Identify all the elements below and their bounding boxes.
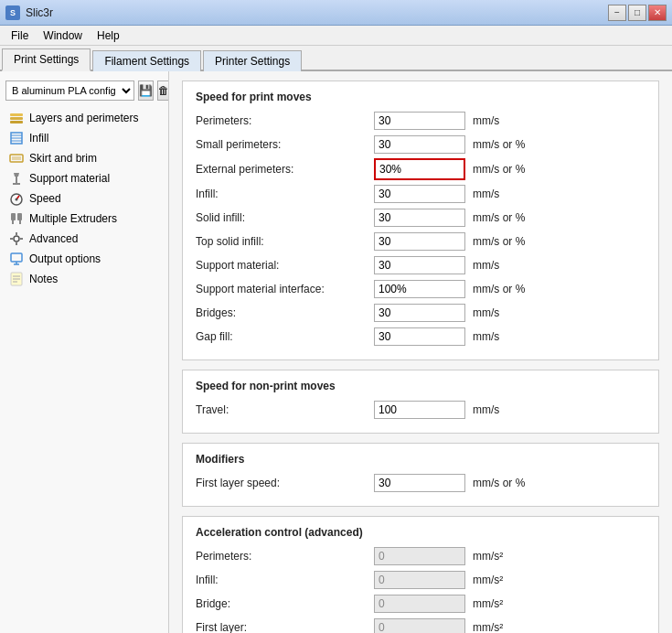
unit-top-solid-infill: mm/s or % (473, 235, 525, 248)
sidebar-item-infill[interactable]: Infill (0, 128, 168, 148)
label-small-perimeters: Small perimeters: (196, 138, 374, 151)
titlebar: S Slic3r − □ ✕ (0, 0, 672, 26)
input-accel-first-layer[interactable] (374, 618, 465, 633)
sidebar-item-speed[interactable]: Speed (0, 188, 168, 209)
sidebar-item-layers[interactable]: Layers and perimeters (0, 108, 168, 128)
unit-support-material-interface: mm/s or % (473, 283, 525, 295)
sidebar-label-support: Support material (29, 172, 110, 185)
sidebar-item-output[interactable]: Output options (0, 249, 168, 269)
label-accel-bridge: Bridge: (196, 597, 374, 610)
field-external-perimeters: External perimeters: mm/s or % (196, 158, 645, 180)
sidebar-label-notes: Notes (29, 273, 58, 285)
tab-print-settings[interactable]: Print Settings (2, 48, 91, 71)
sidebar-item-notes[interactable]: Notes (0, 269, 168, 289)
field-travel: Travel: mm/s (196, 400, 645, 420)
input-accel-perimeters[interactable] (374, 547, 465, 565)
tab-printer-settings[interactable]: Printer Settings (203, 50, 302, 71)
maximize-button[interactable]: □ (628, 5, 646, 21)
infill-icon (9, 131, 24, 145)
svg-rect-24 (11, 253, 22, 262)
input-support-material-interface[interactable] (374, 280, 465, 298)
config-select[interactable]: B aluminum PLA config (5, 80, 134, 101)
field-perimeters: Perimeters: mm/s (196, 111, 645, 131)
input-top-solid-infill[interactable] (374, 232, 465, 251)
label-accel-first-layer: First layer: (196, 621, 374, 633)
section-speed-nonprint: Speed for non-print moves Travel: mm/s (182, 370, 659, 434)
label-accel-infill: Infill: (196, 574, 374, 586)
sidebar-label-layers: Layers and perimeters (29, 112, 138, 124)
sidebar-label-speed: Speed (29, 192, 61, 205)
input-gap-fill[interactable] (374, 327, 465, 346)
label-external-perimeters: External perimeters: (196, 163, 374, 176)
titlebar-left: S Slic3r (5, 5, 53, 20)
unit-accel-perimeters: mm/s² (473, 550, 503, 563)
label-first-layer-speed: First layer speed: (196, 477, 374, 489)
menu-file[interactable]: File (4, 27, 36, 44)
input-infill[interactable] (374, 185, 465, 203)
section-title-nonprint: Speed for non-print moves (196, 380, 645, 392)
section-speed-print: Speed for print moves Perimeters: mm/s S… (182, 80, 659, 360)
tabbar: Print Settings Filament Settings Printer… (0, 46, 672, 71)
sidebar-item-advanced[interactable]: Advanced (0, 229, 168, 249)
input-support-material[interactable] (374, 256, 465, 274)
unit-gap-fill: mm/s (473, 330, 499, 343)
main: B aluminum PLA config 💾 🗑 Layers and per… (0, 71, 672, 633)
label-infill: Infill: (196, 188, 374, 200)
input-first-layer-speed[interactable] (374, 474, 465, 492)
svg-rect-15 (11, 213, 16, 220)
svg-rect-1 (10, 117, 23, 120)
input-external-perimeters[interactable] (376, 160, 464, 178)
input-travel[interactable] (374, 401, 465, 419)
sidebar-item-support[interactable]: Support material (0, 168, 168, 188)
field-infill: Infill: mm/s (196, 184, 645, 204)
sidebar: B aluminum PLA config 💾 🗑 Layers and per… (0, 71, 169, 633)
field-accel-bridge: Bridge: mm/s² (196, 594, 645, 614)
sidebar-item-extruders[interactable]: Multiple Extruders (0, 209, 168, 229)
unit-solid-infill: mm/s or % (473, 211, 525, 224)
input-small-perimeters[interactable] (374, 135, 465, 154)
titlebar-title: Slic3r (26, 6, 53, 19)
input-accel-infill[interactable] (374, 571, 465, 589)
sidebar-label-extruders: Multiple Extruders (29, 212, 117, 225)
label-accel-perimeters: Perimeters: (196, 550, 374, 563)
field-support-material: Support material: mm/s (196, 255, 645, 275)
input-bridges[interactable] (374, 304, 465, 322)
field-bridges: Bridges: mm/s (196, 303, 645, 323)
unit-first-layer-speed: mm/s or % (473, 477, 525, 489)
label-support-material-interface: Support material interface: (196, 283, 374, 295)
unit-support-material: mm/s (473, 259, 499, 272)
layers-icon (9, 111, 24, 125)
field-small-perimeters: Small perimeters: mm/s or % (196, 134, 645, 155)
delete-config-button[interactable]: 🗑 (157, 80, 169, 101)
sidebar-label-output: Output options (29, 252, 101, 265)
unit-external-perimeters: mm/s or % (473, 163, 525, 176)
save-config-button[interactable]: 💾 (138, 80, 154, 101)
close-button[interactable]: ✕ (648, 5, 667, 21)
label-bridges: Bridges: (196, 306, 374, 319)
field-first-layer-speed: First layer speed: mm/s or % (196, 473, 645, 493)
input-solid-infill[interactable] (374, 209, 465, 227)
config-toolbar: B aluminum PLA config 💾 🗑 (0, 77, 168, 108)
titlebar-controls: − □ ✕ (608, 5, 667, 21)
section-title-modifiers: Modifiers (196, 453, 645, 466)
sidebar-item-skirt[interactable]: Skirt and brim (0, 148, 168, 168)
menu-help[interactable]: Help (90, 27, 127, 44)
svg-rect-2 (10, 113, 23, 116)
svg-rect-8 (12, 156, 21, 160)
field-accel-perimeters: Perimeters: mm/s² (196, 546, 645, 566)
section-title-accel: Acceleration control (advanced) (196, 526, 645, 539)
minimize-button[interactable]: − (608, 5, 626, 21)
unit-accel-first-layer: mm/s² (473, 621, 503, 633)
menu-window[interactable]: Window (36, 27, 90, 44)
tab-filament-settings[interactable]: Filament Settings (92, 50, 201, 71)
field-support-material-interface: Support material interface: mm/s or % (196, 279, 645, 299)
input-accel-bridge[interactable] (374, 595, 465, 613)
label-support-material: Support material: (196, 259, 374, 272)
input-perimeters[interactable] (374, 112, 465, 130)
label-solid-infill: Solid infill: (196, 211, 374, 224)
unit-infill: mm/s (473, 188, 499, 200)
label-perimeters: Perimeters: (196, 114, 374, 127)
advanced-icon (9, 231, 24, 246)
svg-rect-16 (17, 213, 22, 220)
unit-small-perimeters: mm/s or % (473, 138, 525, 151)
